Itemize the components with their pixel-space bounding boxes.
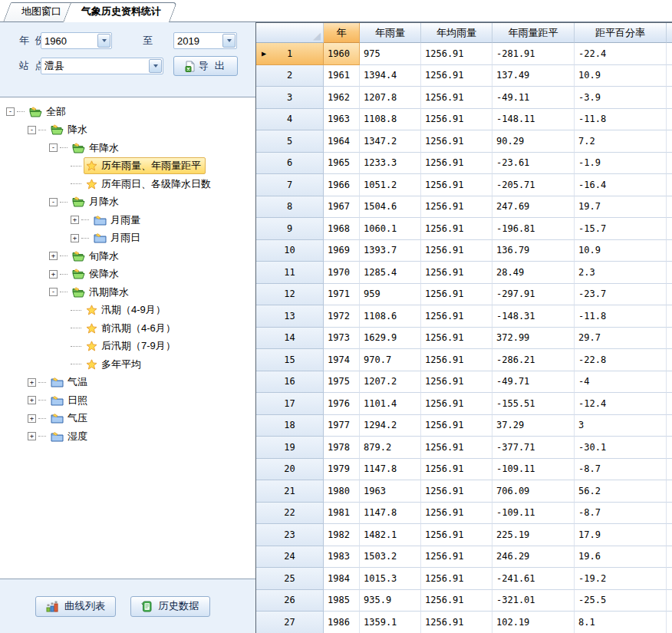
grid-cell[interactable]: 1060.1	[360, 218, 421, 240]
grid-cell[interactable]: 1015.3	[360, 568, 421, 590]
tree-item-16[interactable]: +日照	[0, 391, 255, 410]
station-select[interactable]: 澧县	[41, 58, 163, 74]
grid-cell[interactable]: 2.3	[575, 262, 667, 284]
grid-cell[interactable]: -321.01	[492, 590, 575, 612]
grid-row-18[interactable]: 1819771294.21256.9137.293	[256, 415, 672, 437]
grid-cell[interactable]: 1962	[324, 87, 360, 109]
column-header-3[interactable]: 年雨量距平	[492, 23, 575, 43]
grid-cell[interactable]: -12.4	[575, 393, 667, 415]
grid-cell[interactable]: 1980	[324, 480, 360, 503]
expand-toggle-icon[interactable]: +	[28, 432, 36, 440]
grid-cell[interactable]: 8.1	[575, 612, 667, 633]
tab-weather-history-stats[interactable]: 气象历史资料统计	[72, 2, 175, 21]
tree-node-label[interactable]: 气压	[48, 410, 92, 427]
grid-row-24[interactable]: 2419831503.21256.91246.2919.6	[256, 546, 672, 569]
tree-item-11[interactable]: 汛期（4-9月）	[0, 302, 255, 320]
year-to-select[interactable]: 2019	[173, 32, 237, 49]
grid-cell[interactable]: -11.8	[575, 109, 667, 131]
grid-cell[interactable]: -205.71	[492, 174, 575, 196]
grid-cell[interactable]: -49.71	[492, 371, 575, 394]
grid-cell[interactable]: 1979	[324, 459, 360, 481]
grid-cell[interactable]: 1256.91	[421, 371, 492, 394]
tree-node-label[interactable]: 湿度	[48, 428, 92, 445]
grid-cell[interactable]: 1256.91	[421, 415, 492, 437]
grid-cell[interactable]: 1968	[324, 218, 360, 240]
tree-item-6[interactable]: +月雨量	[0, 211, 255, 229]
grid-cell[interactable]: -23.61	[492, 153, 575, 175]
tree-node-label[interactable]: 多年平均	[84, 356, 146, 373]
grid-cell[interactable]: 1207.8	[360, 87, 421, 109]
grid-cell[interactable]: -11.8	[575, 305, 667, 328]
tree-item-2[interactable]: -年降水	[0, 139, 255, 157]
grid-cell[interactable]: 1983	[324, 546, 360, 569]
grid-cell[interactable]: 1966	[324, 174, 360, 196]
grid-cell[interactable]: 19.6	[575, 546, 667, 569]
row-header[interactable]: 21	[256, 480, 324, 503]
grid-cell[interactable]: -377.71	[492, 437, 575, 459]
grid-cell[interactable]: 1256.91	[421, 546, 492, 569]
grid-cell[interactable]: -297.91	[492, 284, 575, 306]
grid-row-13[interactable]: 1319721108.61256.91-148.31-11.8	[256, 305, 672, 328]
expand-toggle-icon[interactable]: +	[49, 252, 58, 260]
tree-node-label[interactable]: 年降水	[70, 140, 124, 157]
grid-cell[interactable]: 1256.91	[421, 480, 492, 503]
grid-cell[interactable]: 1294.2	[360, 415, 421, 437]
grid-cell[interactable]: -49.11	[492, 87, 575, 109]
row-header[interactable]: 17	[256, 393, 324, 415]
expand-toggle-icon[interactable]: +	[49, 270, 58, 279]
grid-cell[interactable]: -8.7	[575, 503, 667, 525]
column-header-4[interactable]: 距平百分率	[575, 23, 667, 43]
grid-cell[interactable]: 1256.91	[421, 43, 492, 65]
chevron-down-icon[interactable]	[149, 59, 162, 73]
expand-toggle-icon[interactable]: +	[28, 396, 36, 404]
grid-cell[interactable]: -109.11	[492, 459, 575, 481]
grid-cell[interactable]: 1256.91	[421, 328, 492, 350]
grid-row-12[interactable]: 1219719591256.91-297.91-23.7	[256, 284, 672, 306]
grid-cell[interactable]: 1971	[324, 284, 360, 306]
tree-item-18[interactable]: +湿度	[0, 427, 255, 446]
grid-cell[interactable]: -148.31	[492, 305, 575, 328]
row-header[interactable]: 23	[256, 524, 324, 546]
tree-item-17[interactable]: +气压	[0, 410, 255, 428]
grid-cell[interactable]: 1256.91	[421, 349, 492, 371]
grid-cell[interactable]: 1970	[324, 262, 360, 284]
tree-node-label[interactable]: 降水	[48, 121, 92, 138]
grid-cell[interactable]: -16.4	[575, 174, 667, 196]
grid-row-20[interactable]: 2019791147.81256.91-109.11-8.7	[256, 459, 672, 481]
row-header[interactable]: 2	[256, 65, 324, 87]
grid-cell[interactable]: 970.7	[360, 349, 421, 371]
grid-cell[interactable]: -8.7	[575, 459, 667, 481]
grid-row-1[interactable]: ▶119609751256.91-281.91-22.4	[256, 43, 672, 65]
tree-node-label[interactable]: 气温	[48, 374, 92, 391]
grid-row-8[interactable]: 819671504.61256.91247.6919.7	[256, 196, 672, 219]
grid-cell[interactable]: 1482.1	[360, 524, 421, 546]
grid-cell[interactable]: 1256.91	[421, 284, 492, 306]
expand-toggle-icon[interactable]: +	[28, 414, 36, 423]
grid-cell[interactable]: 1147.8	[360, 459, 421, 481]
grid-row-4[interactable]: 419631108.81256.91-148.11-11.8	[256, 109, 672, 131]
row-header[interactable]: 10	[256, 240, 324, 262]
tree-node-label[interactable]: 月雨量	[91, 212, 145, 229]
row-header[interactable]: 20	[256, 459, 324, 481]
grid-row-14[interactable]: 1419731629.91256.91372.9929.7	[256, 328, 672, 350]
grid-cell[interactable]: 1051.2	[360, 174, 421, 196]
grid-cell[interactable]: 137.49	[492, 65, 575, 87]
grid-row-3[interactable]: 319621207.81256.91-49.11-3.9	[256, 87, 672, 109]
grid-cell[interactable]: 1984	[324, 568, 360, 590]
grid-cell[interactable]: 1256.91	[421, 393, 492, 415]
year-from-select[interactable]: 1960	[41, 32, 112, 49]
grid-row-21[interactable]: 21198019631256.91706.0956.2	[256, 480, 672, 503]
row-header[interactable]: 15	[256, 349, 324, 371]
grid-cell[interactable]: 37.29	[492, 415, 575, 437]
grid-cell[interactable]: -3.9	[575, 87, 667, 109]
expand-toggle-icon[interactable]: +	[71, 234, 79, 242]
grid-row-16[interactable]: 1619751207.21256.91-49.71-4	[256, 371, 672, 394]
grid-row-17[interactable]: 1719761101.41256.91-155.51-12.4	[256, 393, 672, 415]
grid-cell[interactable]: 1256.91	[421, 612, 492, 633]
grid-cell[interactable]: 1256.91	[421, 109, 492, 131]
grid-cell[interactable]: 56.2	[575, 480, 667, 503]
grid-cell[interactable]: 1977	[324, 415, 360, 437]
row-header[interactable]: 7	[256, 174, 324, 196]
tree-node-label[interactable]: 日照	[48, 392, 92, 409]
grid-cell[interactable]: -1.9	[575, 153, 667, 175]
